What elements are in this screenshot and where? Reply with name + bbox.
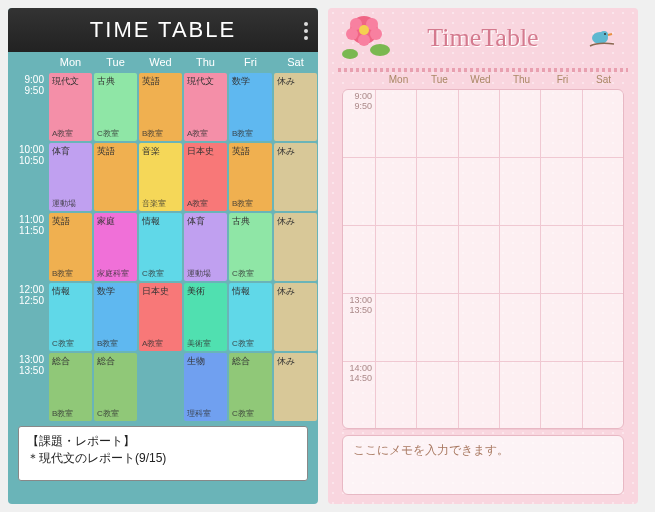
subject-label: 休み <box>277 145 314 158</box>
subject-label: 英語 <box>142 75 179 88</box>
class-cell[interactable]: 総合C教室 <box>229 353 272 421</box>
room-label: C教室 <box>52 338 89 349</box>
room-label: B教室 <box>232 128 269 139</box>
room-label: A教室 <box>142 338 179 349</box>
class-cell[interactable]: 情報C教室 <box>49 283 92 351</box>
room-label: B教室 <box>52 408 89 419</box>
memo-area[interactable]: 【課題・レポート】 ＊現代文のレポート(9/15) <box>18 426 308 481</box>
class-cell[interactable]: 数学B教室 <box>94 283 137 351</box>
room-label: 理科室 <box>187 408 224 419</box>
svg-point-3 <box>346 28 358 40</box>
timetable-app-dark: TIME TABLE MonTueWedThuFriSat 9:009:5010… <box>8 8 318 504</box>
subject-label: 古典 <box>232 215 269 228</box>
class-cell[interactable]: 美術美術室 <box>184 283 227 351</box>
room-label: C教室 <box>97 128 134 139</box>
svg-point-4 <box>370 28 382 40</box>
room-label: C教室 <box>142 268 179 279</box>
grid-row: 情報C教室数学B教室日本史A教室美術美術室情報C教室休み <box>48 282 318 352</box>
class-cell[interactable]: 休み <box>274 213 317 281</box>
class-cell[interactable]: 英語B教室 <box>229 143 272 211</box>
svg-point-11 <box>604 33 606 35</box>
subject-label: 体育 <box>52 145 89 158</box>
class-cell[interactable]: 現代文A教室 <box>184 73 227 141</box>
class-cell[interactable]: 数学B教室 <box>229 73 272 141</box>
class-cell[interactable]: 総合C教室 <box>94 353 137 421</box>
app-title: TimeTable <box>427 23 538 53</box>
day-header: Tue <box>93 52 138 72</box>
class-cell[interactable]: 生物理科室 <box>184 353 227 421</box>
time-column: 9:009:5010:0010:5011:0011:5012:0012:5013… <box>8 72 48 422</box>
class-cell[interactable]: 古典C教室 <box>229 213 272 281</box>
class-cell[interactable]: 総合B教室 <box>49 353 92 421</box>
room-label: A教室 <box>52 128 89 139</box>
subject-label: 情報 <box>52 285 89 298</box>
class-cell[interactable]: 体育運動場 <box>184 213 227 281</box>
timetable-app-pink: TimeTable MonTueWedThuFriSat 9:009:5013:… <box>328 8 638 504</box>
subject-label: 現代文 <box>187 75 224 88</box>
svg-point-5 <box>358 34 370 46</box>
timetable-grid[interactable]: 9:009:5013:0013:5014:0014:50 <box>342 89 624 429</box>
class-cell[interactable]: 休み <box>274 143 317 211</box>
room-label: B教室 <box>52 268 89 279</box>
class-cell[interactable]: 音楽音楽室 <box>139 143 182 211</box>
memo-area[interactable]: ここにメモを入力できます。 <box>342 435 624 495</box>
day-header: Wed <box>138 52 183 72</box>
subject-label: 休み <box>277 215 314 228</box>
time-label: 10:0010:50 <box>8 142 44 212</box>
class-cell[interactable]: 家庭家庭科室 <box>94 213 137 281</box>
class-cell[interactable]: 情報C教室 <box>139 213 182 281</box>
day-header-row: MonTueWedThuFriSat <box>342 72 624 87</box>
subject-label: 日本史 <box>142 285 179 298</box>
day-header: Fri <box>228 52 273 72</box>
class-cell[interactable]: 休み <box>274 353 317 421</box>
class-cell[interactable]: 英語B教室 <box>49 213 92 281</box>
room-label: C教室 <box>232 268 269 279</box>
subject-label: 英語 <box>232 145 269 158</box>
room-label: A教室 <box>187 128 224 139</box>
svg-point-7 <box>370 44 390 56</box>
time-label: 9:009:50 <box>8 72 44 142</box>
room-label: C教室 <box>232 338 269 349</box>
class-cell[interactable]: 古典C教室 <box>94 73 137 141</box>
bird-icon <box>588 26 618 54</box>
day-header: Mon <box>378 72 419 87</box>
day-header: Thu <box>183 52 228 72</box>
room-label: 音楽室 <box>142 198 179 209</box>
subject-label: 現代文 <box>52 75 89 88</box>
subject-label: 数学 <box>232 75 269 88</box>
class-cell[interactable]: 体育運動場 <box>49 143 92 211</box>
subject-label: 休み <box>277 285 314 298</box>
subject-label: 休み <box>277 355 314 368</box>
room-label: 運動場 <box>187 268 224 279</box>
memo-title: 【課題・レポート】 <box>27 433 299 450</box>
time-label: 11:0011:50 <box>8 212 44 282</box>
class-cell[interactable]: 休み <box>274 283 317 351</box>
class-cell[interactable]: 英語 <box>94 143 137 211</box>
subject-label: 情報 <box>142 215 179 228</box>
svg-point-6 <box>359 25 369 35</box>
room-label: C教室 <box>97 408 134 419</box>
subject-label: 日本史 <box>187 145 224 158</box>
subject-label: 英語 <box>97 145 134 158</box>
memo-placeholder: ここにメモを入力できます。 <box>353 443 509 457</box>
day-header: Sat <box>273 52 318 72</box>
room-label: B教室 <box>97 338 134 349</box>
class-cell[interactable]: 情報C教室 <box>229 283 272 351</box>
day-header: Sat <box>583 72 624 87</box>
class-cell[interactable]: 日本史A教室 <box>139 283 182 351</box>
subject-label: 数学 <box>97 285 134 298</box>
subject-label: 総合 <box>52 355 89 368</box>
class-cell[interactable]: 休み <box>274 73 317 141</box>
subject-label: 体育 <box>187 215 224 228</box>
empty-cell[interactable] <box>139 353 182 421</box>
app-header: TimeTable <box>328 8 638 68</box>
class-cell[interactable]: 英語B教室 <box>139 73 182 141</box>
subject-label: 休み <box>277 75 314 88</box>
grid-row: 現代文A教室古典C教室英語B教室現代文A教室数学B教室休み <box>48 72 318 142</box>
class-cell[interactable]: 現代文A教室 <box>49 73 92 141</box>
class-cell[interactable]: 日本史A教室 <box>184 143 227 211</box>
room-label: 美術室 <box>187 338 224 349</box>
day-header: Fri <box>542 72 583 87</box>
subject-label: 総合 <box>232 355 269 368</box>
menu-icon[interactable] <box>304 22 308 40</box>
